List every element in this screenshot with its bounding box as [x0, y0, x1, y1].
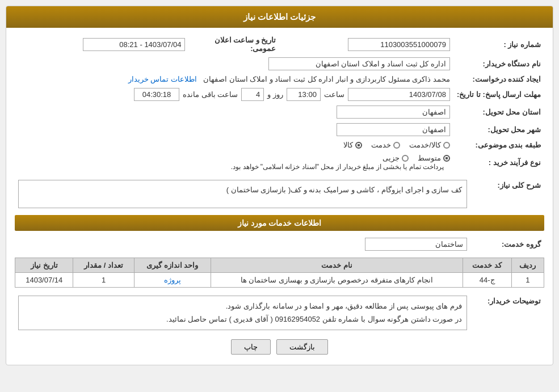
buyer-notes-label: توضیحات خریدار:: [470, 293, 544, 332]
category-label: طبقه بندی موضوعی:: [453, 138, 544, 151]
send-date-row: مهلت ارسال پاسخ: تا تاریخ: 1403/07/08 سا…: [15, 86, 544, 103]
col-date: تاریخ نیاز: [15, 258, 73, 273]
category-kala-label: کالا: [343, 141, 353, 149]
creator-row: ایجاد کننده درخواست: محمد ذاکری مسئول کا…: [15, 73, 544, 86]
province-value: اصفهان: [337, 106, 450, 119]
announce-value: 1403/07/04 - 08:21: [83, 38, 185, 51]
radio-kala-khadamat-icon: [443, 142, 450, 149]
description-row: شرح کلی نیاز: کف سازی و اجرای ایزوگام ، …: [15, 178, 544, 210]
col-row-num: ردیف: [511, 258, 544, 273]
service-group-table: گروه خدمت: ساختمان: [15, 235, 544, 253]
category-khadamat-label: خدمت: [371, 141, 391, 149]
buyer-notes-content: فرم های پیوستی پس از مطالعه دقیق، مهر و …: [18, 296, 467, 330]
creator-value: محمد ذاکری مسئول کاربردازی و انبار اداره…: [203, 75, 450, 83]
buyer-org-row: نام دستگاه خریدار: اداره کل ثبت اسناد و …: [15, 55, 544, 73]
need-number-value: 1103003551000079: [348, 38, 450, 51]
category-radio-kala-khadamat: کالا/خدمت: [409, 141, 450, 149]
service-group-label: گروه خدمت:: [470, 235, 544, 253]
col-name: نام خدمت: [211, 258, 463, 273]
buyer-notes-table: توضیحات خریدار: فرم های پیوستی پس از مطا…: [15, 293, 544, 332]
service-group-row: گروه خدمت: ساختمان: [15, 235, 544, 253]
col-unit: واحد اندازه گیری: [134, 258, 211, 273]
main-info-table: شماره نیاز : 1103003551000079 تاریخ و سا…: [15, 33, 544, 173]
city-label: شهر محل تحویل:: [453, 121, 544, 138]
card-body: شماره نیاز : 1103003551000079 تاریخ و سا…: [6, 28, 553, 365]
category-kala-khadamat-label: کالا/خدمت: [409, 141, 441, 149]
radio-motavaset-icon: [443, 155, 450, 162]
buyer-notes-line1: فرم های پیوستی پس از مطالعه دقیق، مهر و …: [23, 300, 462, 313]
city-row: شهر محل تحویل: اصفهان: [15, 121, 544, 138]
button-row: بازگشت چاپ: [15, 339, 544, 355]
main-card: جزئیات اطلاعات نیاز شماره نیاز : 1103003…: [6, 6, 553, 365]
send-days-value: 4: [241, 88, 264, 101]
table-row: 1ج-44انجام کارهای متفرقه درخصوص بازسازی …: [15, 273, 544, 288]
province-label: استان محل تحویل:: [453, 103, 544, 121]
category-radio-kala: کالا: [343, 141, 362, 149]
buyer-org-value: اداره کل ثبت اسناد و املاک استان اصفهان: [268, 57, 450, 70]
col-count: تعداد / مقدار: [73, 258, 134, 273]
province-row: استان محل تحویل: اصفهان: [15, 103, 544, 121]
services-table-head: ردیف کد خدمت نام خدمت واحد اندازه گیری ت…: [15, 258, 544, 273]
radio-kala-icon: [355, 142, 362, 149]
category-row: طبقه بندی موضوعی: کالا/خدمت خدمت: [15, 138, 544, 151]
description-value: کف سازی و اجرای ایزوگام ، کاشی و سرامیک …: [18, 180, 467, 208]
send-countdown-value: 04:30:18: [134, 88, 179, 101]
send-countdown-label: ساعت باقی مانده: [183, 90, 238, 99]
process-note: پرداخت تمام یا بخشی از مبلغ خریدار از مح…: [231, 163, 444, 171]
process-motavaset-label: متوسط: [418, 154, 441, 162]
send-time-label: ساعت: [324, 90, 344, 99]
process-radio-motavaset: متوسط: [418, 154, 450, 162]
description-table: شرح کلی نیاز: کف سازی و اجرای ایزوگام ، …: [15, 178, 544, 210]
send-time-value: 13:00: [287, 88, 321, 101]
process-label: نوع فرآیند خرید :: [453, 151, 544, 173]
col-code: کد خدمت: [463, 258, 511, 273]
process-jozi-label: جزیی: [383, 154, 400, 162]
buyer-org-label: نام دستگاه خریدار:: [453, 55, 544, 73]
services-table-body: 1ج-44انجام کارهای متفرقه درخصوص بازسازی …: [15, 273, 544, 288]
description-label: شرح کلی نیاز:: [470, 178, 544, 210]
category-radio-khadamat: خدمت: [371, 141, 400, 149]
print-button[interactable]: چاپ: [231, 339, 271, 355]
services-table-header-row: ردیف کد خدمت نام خدمت واحد اندازه گیری ت…: [15, 258, 544, 273]
send-days-label: روز و: [267, 90, 283, 99]
process-radio-jozi: جزیی: [383, 154, 409, 162]
contact-link[interactable]: اطلاعات تماس خریدار: [128, 75, 197, 83]
services-section-header: اطلاعات خدمات مورد نیاز: [15, 215, 544, 231]
announce-label: تاریخ و ساعت اعلان عمومی:: [188, 33, 279, 55]
creator-label: ایجاد کننده درخواست:: [453, 73, 544, 86]
radio-jozi-icon: [402, 155, 409, 162]
services-table: ردیف کد خدمت نام خدمت واحد اندازه گیری ت…: [15, 258, 544, 288]
page-header: جزئیات اطلاعات نیاز: [6, 6, 553, 28]
service-group-value: ساختمان: [365, 238, 467, 251]
process-radio-group: متوسط جزیی: [18, 154, 450, 162]
need-number-label: شماره نیاز :: [453, 33, 544, 55]
send-date-value: 1403/07/08: [348, 88, 450, 101]
buyer-notes-line2: در صورت داشتن هرگونه سوال با شماره تلفن …: [23, 313, 462, 326]
category-radio-group: کالا/خدمت خدمت کالا: [18, 141, 450, 149]
radio-khadamat-icon: [393, 142, 400, 149]
send-date-label: مهلت ارسال پاسخ: تا تاریخ:: [453, 86, 544, 103]
back-button[interactable]: بازگشت: [276, 339, 328, 355]
page-title: جزئیات اطلاعات نیاز: [243, 12, 316, 22]
buyer-notes-row: توضیحات خریدار: فرم های پیوستی پس از مطا…: [15, 293, 544, 332]
page-container: جزئیات اطلاعات نیاز شماره نیاز : 1103003…: [0, 0, 559, 371]
city-value: اصفهان: [337, 123, 450, 136]
send-date-row-inner: 1403/07/08 ساعت 13:00 روز و 4 ساعت باقی …: [18, 88, 450, 101]
process-row: نوع فرآیند خرید : متوسط جزیی: [15, 151, 544, 173]
need-number-row: شماره نیاز : 1103003551000079 تاریخ و سا…: [15, 33, 544, 55]
